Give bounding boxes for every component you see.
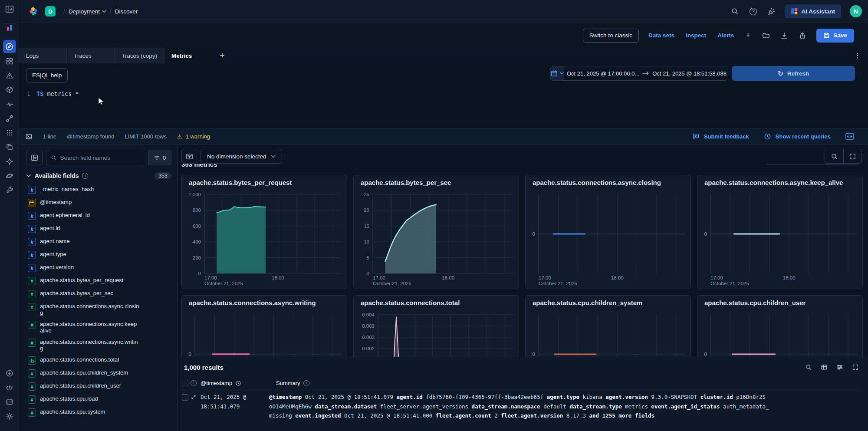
switch-to-classic-button[interactable]: Switch to classic [583,29,639,43]
select-all-checkbox[interactable] [182,380,188,386]
field-search-box[interactable] [46,150,145,165]
field-item[interactable]: #apache.status.cpu.load [26,394,171,405]
observability-logo-icon[interactable] [3,22,16,34]
nav-menu-icon[interactable] [3,3,16,15]
action-link-data-sets[interactable]: Data sets [648,32,674,39]
news-feed-icon[interactable] [766,7,776,16]
field-item[interactable]: kagent.ephemeral_id [26,211,171,221]
field-search-input[interactable] [60,155,140,161]
field-item[interactable]: #apache.status.connections.async.closing [26,302,171,317]
discover-icon[interactable] [3,40,16,53]
tab-traces[interactable]: Traces [67,48,115,63]
show-recent-queries-link[interactable]: Show recent queries [776,133,831,140]
field-item[interactable]: #apache.status.cpu.children_system [26,368,171,379]
folder-icon[interactable] [762,31,770,40]
avatar[interactable]: N [850,5,862,17]
dev-tools-icon[interactable] [3,184,16,196]
action-link-alerts[interactable]: Alerts [717,32,734,39]
field-item[interactable]: #apache.status.cpu.children_user [26,381,171,392]
apm-icon[interactable] [3,98,16,110]
metric-chart-panel[interactable]: apache.status.cpu.children_system017:00O… [525,295,691,357]
results-fullscreen-icon[interactable] [849,362,862,373]
field-item[interactable]: #apache.status.bytes_per_sec [26,289,171,299]
machine-learning-icon[interactable] [3,155,16,168]
results-sort-fields-icon[interactable] [833,362,846,373]
metric-chart-panel[interactable]: apache.status.cpu.children_user017:00Oct… [697,295,863,357]
editor-console-icon[interactable] [25,133,33,140]
profiling-icon[interactable] [3,170,16,182]
metric-chart-panel[interactable]: apache.status.bytes_per_request1,0008006… [181,175,347,289]
expand-row-icon[interactable] [191,394,197,400]
alerts-icon[interactable] [3,69,16,82]
metric-chart-panel[interactable]: apache.status.connections.async.keep_ali… [697,175,863,289]
tab-traces-copy-[interactable]: Traces (copy) [115,48,164,63]
tab-metrics[interactable]: Metrics [164,48,212,63]
keyboard-icon[interactable] [845,133,854,140]
chart-plot[interactable]: 017:00October 21, 202518:00 [697,190,863,289]
tab-logs[interactable]: Logs [19,48,67,63]
field-filter-button[interactable]: 0 [148,150,171,165]
query-input-line[interactable]: 1 TS metrics-* [19,90,868,100]
service-map-icon[interactable] [3,112,16,125]
date-end-field[interactable]: Oct 21, 2025 @ 18:51:58.088 [650,66,727,80]
add-tab-button[interactable]: + [212,48,232,63]
field-item[interactable]: #apache.status.connections.async.keep_al… [26,319,171,335]
metric-chart-panel[interactable]: apache.status.bytes_per_sec252015105017:… [353,175,519,289]
row-checkbox[interactable] [182,394,188,401]
results-density-icon[interactable] [818,362,831,373]
timestamp-column-header[interactable]: @timestamp [201,380,232,386]
esql-editor[interactable]: ES|QL help Oct 21, 2025 @ 17:00:00.0... … [19,63,868,128]
stack-icon[interactable] [3,141,16,153]
settings-icon[interactable] [3,410,16,422]
info-icon[interactable]: i [82,173,88,179]
slos-icon[interactable] [3,84,16,96]
ai-assistant-button[interactable]: AI Assistant [785,4,841,18]
date-picker-menu-button[interactable] [551,66,564,80]
chart-plot[interactable]: 252015105017:00October 21, 202518:00 [354,190,519,289]
field-item[interactable]: #apache.status.connections.async.writing [26,337,171,353]
help-icon[interactable]: ? [748,7,758,16]
table-row[interactable]: Oct 21, 2025 @ 18:51:41.079 @timestamp O… [180,392,862,421]
code-icon[interactable] [3,382,16,394]
add-icon[interactable] [3,367,16,379]
search-icon[interactable] [730,7,740,16]
metric-chart-panel[interactable]: apache.status.connections.total0.0040.00… [353,295,519,357]
warning-status[interactable]: ⚠ 1 warning [177,133,210,140]
field-item[interactable]: k_metric_names_hash [26,184,171,195]
share-icon[interactable] [798,31,807,40]
download-icon[interactable] [780,31,789,40]
breadcrumb-deployment[interactable]: Deployment [69,8,106,15]
summary-column-header[interactable]: Summary [276,380,300,386]
field-item[interactable]: #apache.status.bytes_per_request [26,276,171,286]
display-options-button[interactable] [181,149,197,164]
field-item[interactable]: kagent.type [26,250,171,260]
field-item[interactable]: @timestamp [26,197,171,208]
info-icon[interactable]: i [191,380,197,386]
results-search-icon[interactable] [802,362,815,373]
storage-icon[interactable] [3,396,16,408]
metric-chart-panel[interactable]: apache.status.connections.async.writing0… [181,295,347,357]
collapse-sidebar-button[interactable] [26,150,43,165]
help-icon[interactable]: ? [303,380,309,386]
save-button[interactable]: Save [816,29,854,43]
metric-chart-panel[interactable]: apache.status.connections.async.closing0… [525,175,691,289]
submit-feedback-link[interactable]: Submit feedback [704,133,749,140]
date-start-field[interactable]: Oct 21, 2025 @ 17:00:00.0... [564,66,642,80]
field-item[interactable]: kagent.name [26,237,171,247]
tab-options-kebab-icon[interactable]: ⋮ [854,51,861,59]
field-item[interactable]: kagent.version [26,263,171,273]
chart-plot[interactable]: 017:00October 21, 202518:00 [697,310,863,357]
chart-plot[interactable]: 017:00October 21, 202518:00 [526,190,691,289]
elastic-logo-icon[interactable] [29,7,38,16]
charts-viewport[interactable]: 353 metrics apache.status.bytes_per_requ… [178,164,868,357]
infrastructure-icon[interactable] [3,127,16,139]
chart-plot[interactable]: 017:00October 21, 202518:00 [182,310,347,357]
dashboards-icon[interactable] [3,55,16,67]
field-item[interactable]: apache.status.connections.total [26,355,171,366]
chart-plot[interactable]: 017:00October 21, 202518:00 [526,310,691,357]
field-item[interactable]: kagent.id [26,224,171,234]
action-link-inspect[interactable]: Inspect [686,32,706,39]
esql-help-button[interactable]: ES|QL help [26,68,68,82]
section-chevron-icon[interactable] [26,174,31,178]
field-item[interactable]: #apache.status.cpu.system [26,407,171,418]
